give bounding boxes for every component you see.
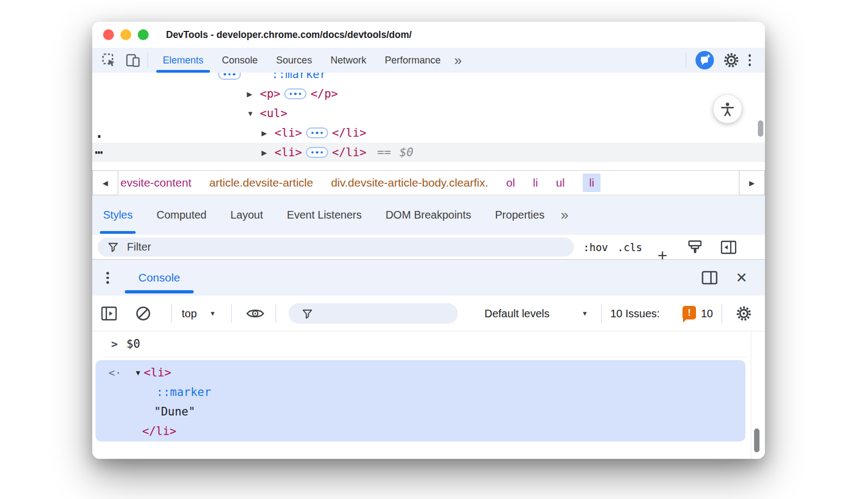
live-expression-button[interactable]	[246, 306, 265, 320]
tab-console[interactable]: Console	[213, 48, 267, 73]
tab-layout[interactable]: Layout	[231, 195, 263, 235]
minimize-window-button[interactable]	[120, 29, 131, 40]
tab-label: Performance	[385, 55, 441, 66]
tree-row-p[interactable]: ▶ <p> </p>	[92, 84, 765, 104]
eye-icon	[246, 306, 265, 320]
tree-row-ul[interactable]: ▼ <ul>	[92, 104, 765, 123]
tab-styles[interactable]: Styles	[103, 195, 132, 235]
tab-label: Console	[222, 55, 258, 66]
toolbar-divider	[171, 304, 172, 323]
tree-row-li-1[interactable]: . ▶ <li> </li>	[92, 123, 765, 143]
element-classes-toggle[interactable]: .cls	[617, 241, 642, 253]
breadcrumb-item[interactable]: article.devsite-article	[209, 176, 313, 189]
execution-context-selector[interactable]: top	[182, 307, 197, 319]
tab-computed[interactable]: Computed	[156, 195, 206, 235]
result-row-close[interactable]: </li>	[95, 421, 745, 441]
ellipsis-icon[interactable]	[218, 73, 241, 80]
open-tag: <ul>	[260, 107, 288, 120]
breadcrumb-scroll-right-button[interactable]: ▶	[739, 170, 765, 195]
result-row-marker[interactable]: ::marker	[95, 382, 745, 402]
tab-performance[interactable]: Performance	[375, 48, 450, 73]
close-drawer-button[interactable]: ✕	[736, 271, 748, 285]
tree-row-marker-clipped[interactable]: ::marker	[92, 73, 765, 84]
close-window-button[interactable]	[103, 29, 114, 40]
breadcrumb-item[interactable]: evsite-content	[120, 176, 192, 189]
ellipsis-icon[interactable]	[306, 127, 329, 139]
brush-icon	[687, 239, 703, 255]
tab-dom-breakpoints[interactable]: DOM Breakpoints	[386, 195, 471, 235]
clipped-text-fragment: .	[95, 125, 104, 141]
toolbar-divider	[722, 304, 722, 323]
devtools-window: DevTools - developer.chrome.com/docs/dev…	[92, 22, 765, 459]
filter-placeholder: Filter	[127, 241, 151, 253]
issues-badge-icon[interactable]: !	[682, 306, 696, 319]
elements-scrollbar-thumb[interactable]	[758, 120, 763, 137]
log-levels-selector[interactable]: Default levels	[484, 307, 550, 319]
pseudo-state-toggle[interactable]: :hov	[583, 241, 608, 253]
open-tag: <li>	[275, 126, 302, 139]
text-node-value: "Dune"	[154, 405, 195, 418]
main-menu-button[interactable]	[749, 54, 751, 66]
drawer-menu-button[interactable]	[106, 272, 109, 284]
traffic-lights	[92, 29, 149, 40]
tab-label: Elements	[163, 55, 203, 66]
split-panel-button[interactable]	[701, 271, 718, 285]
breadcrumb-item[interactable]: ol	[506, 176, 515, 189]
settings-button[interactable]	[723, 52, 739, 68]
console-scrollbar-track[interactable]	[751, 331, 751, 459]
ellipsis-icon[interactable]	[284, 88, 307, 100]
tab-label: Layout	[231, 209, 263, 221]
breadcrumb-item[interactable]: ul	[556, 176, 565, 189]
zoom-window-button[interactable]	[138, 29, 149, 40]
console-toolbar: top ▼ Default levels ▼ 10 Issues: !	[92, 296, 765, 331]
chevron-down-icon[interactable]: ▼	[582, 310, 588, 317]
drawer-tab-console[interactable]: Console	[138, 260, 180, 296]
breadcrumb: ◀ evsite-content article.devsite-article…	[92, 170, 765, 195]
clear-console-button[interactable]	[135, 305, 152, 322]
more-pane-tabs-button[interactable]: »	[561, 207, 569, 223]
breadcrumb-item[interactable]: li	[533, 176, 538, 189]
accessibility-overlay-button[interactable]	[713, 95, 742, 123]
console-filter-input[interactable]	[289, 303, 458, 324]
breadcrumb-item[interactable]: div.devsite-article-body.clearfix.	[331, 176, 488, 189]
breadcrumb-item-selected[interactable]: li	[583, 174, 601, 192]
inspect-element-button[interactable]	[101, 52, 117, 68]
collapse-arrow-icon[interactable]: ▼	[247, 110, 260, 118]
tab-sources[interactable]: Sources	[267, 48, 321, 73]
styles-filter-input[interactable]: Filter	[98, 238, 574, 257]
tab-network[interactable]: Network	[321, 48, 375, 73]
tab-properties[interactable]: Properties	[495, 195, 545, 235]
collapse-arrow-icon[interactable]: ▼	[135, 369, 142, 377]
issues-link[interactable]: 10 Issues:	[610, 307, 660, 319]
device-toolbar-button[interactable]	[125, 52, 141, 68]
close-tag: </p>	[310, 87, 338, 100]
open-tag: <li>	[144, 366, 171, 379]
tab-label: Styles	[103, 209, 132, 221]
marker-pseudo-label[interactable]: ::marker	[272, 73, 327, 81]
styles-toolbar: Filter :hov .cls +	[92, 235, 765, 259]
console-settings-button[interactable]	[736, 305, 752, 322]
ellipsis-icon[interactable]	[306, 147, 329, 158]
expand-arrow-icon[interactable]: ▶	[261, 149, 275, 157]
expand-arrow-icon[interactable]: ▶	[247, 90, 260, 98]
dock-right-icon	[720, 240, 737, 254]
tab-event-listeners[interactable]: Event Listeners	[287, 195, 362, 235]
console-command-row[interactable]: > $0	[103, 331, 746, 357]
tree-row-li-2-selected[interactable]: ⋯ ▶ <li> </li> == $0	[92, 143, 765, 162]
console-result-block[interactable]: <· ▼ <li> ::marker "Dune" </li>	[95, 360, 745, 442]
marker-pseudo-label: ::marker	[156, 386, 211, 399]
dock-sidebar-button[interactable]	[720, 240, 737, 254]
inspect-icon	[101, 53, 117, 68]
chevron-down-icon[interactable]: ▼	[209, 310, 216, 317]
ai-assistant-button[interactable]	[695, 51, 714, 69]
console-sidebar-toggle-button[interactable]	[101, 306, 117, 321]
result-row-text[interactable]: "Dune"	[95, 402, 745, 421]
expand-arrow-icon[interactable]: ▶	[261, 129, 275, 137]
result-row-open[interactable]: <· ▼ <li>	[95, 363, 745, 382]
breadcrumb-scroll-left-button[interactable]: ◀	[92, 170, 118, 195]
console-scrollbar-thumb[interactable]	[754, 428, 760, 452]
tab-elements[interactable]: Elements	[154, 48, 213, 73]
breadcrumb-items: evsite-content article.devsite-article d…	[120, 171, 737, 195]
rendering-emulation-button[interactable]	[687, 239, 703, 255]
more-tabs-button[interactable]: »	[454, 53, 462, 68]
